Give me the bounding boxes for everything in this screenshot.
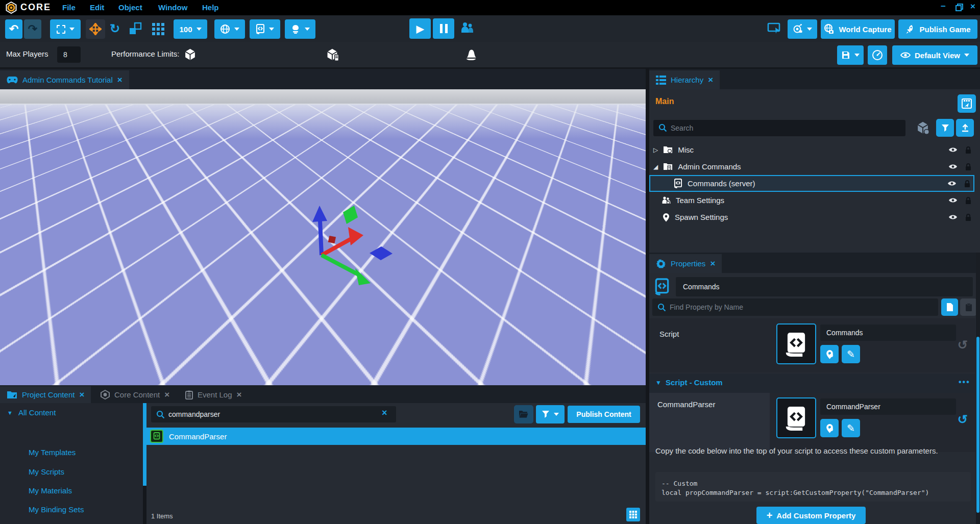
- visibility-eye-icon[interactable]: [948, 214, 958, 220]
- find-script-in-scene-button[interactable]: [820, 345, 839, 363]
- object-name-field[interactable]: [676, 277, 973, 296]
- add-custom-property-button[interactable]: + Add Custom Property: [756, 507, 866, 524]
- object-dropdown[interactable]: [285, 19, 315, 39]
- section-collapse-icon[interactable]: ▼: [655, 379, 662, 386]
- visibility-eye-icon[interactable]: [948, 163, 958, 170]
- minimize-icon[interactable]: −: [941, 2, 946, 12]
- world-capture-button[interactable]: World Capture: [821, 19, 895, 39]
- tab-properties[interactable]: Properties ×: [649, 254, 722, 273]
- panel-divider[interactable]: [646, 69, 649, 524]
- custom-property-value-field[interactable]: CommandParser: [820, 398, 956, 415]
- move-tool-button[interactable]: [86, 19, 105, 39]
- tab-event-log[interactable]: Event Log ×: [179, 386, 249, 403]
- tree-my-scripts[interactable]: My Scripts: [29, 467, 64, 476]
- script-dropdown[interactable]: [250, 19, 280, 39]
- viewport-3d[interactable]: [0, 89, 646, 385]
- tree-my-templates[interactable]: My Templates: [29, 448, 76, 457]
- expand-icon[interactable]: ▷: [653, 146, 658, 154]
- lock-icon[interactable]: [965, 196, 972, 205]
- scene-root-label[interactable]: Main: [655, 97, 674, 106]
- tree-my-binding-sets[interactable]: My Binding Sets: [29, 505, 84, 514]
- template-cube-icon[interactable]: [916, 121, 930, 135]
- tree-row-team-settings[interactable]: Team Settings: [649, 192, 975, 209]
- lock-icon[interactable]: [965, 213, 972, 221]
- reset-script-icon[interactable]: ↺: [958, 339, 968, 351]
- scene-manager-button[interactable]: [958, 94, 976, 113]
- close-window-icon[interactable]: ×: [970, 2, 975, 12]
- copy-properties-button[interactable]: [941, 298, 958, 316]
- select-tool-dropdown[interactable]: [50, 19, 81, 39]
- visibility-eye-icon[interactable]: [948, 146, 958, 153]
- lock-icon[interactable]: [965, 146, 972, 154]
- pause-button[interactable]: [433, 18, 454, 39]
- grid-view-button[interactable]: [626, 508, 640, 521]
- visibility-eye-icon[interactable]: [948, 197, 958, 204]
- terrain-dropdown[interactable]: [214, 19, 245, 39]
- grid-size-dropdown[interactable]: 100: [174, 19, 207, 39]
- tab-hierarchy[interactable]: Hierarchy ×: [649, 70, 720, 89]
- find-property-input[interactable]: [652, 298, 938, 316]
- content-item-row-selected[interactable]: CommandParser: [146, 428, 646, 445]
- properties-scrollbar-thumb[interactable]: [976, 337, 979, 513]
- menu-help[interactable]: Help: [202, 3, 219, 12]
- reset-custom-property-icon[interactable]: ↺: [958, 413, 968, 426]
- hierarchy-filter-button[interactable]: [936, 119, 954, 137]
- close-tab-icon[interactable]: ×: [708, 75, 713, 85]
- paste-properties-button[interactable]: [960, 298, 977, 316]
- script-value-field[interactable]: Commands: [820, 325, 956, 341]
- performance-gauge-button[interactable]: [868, 45, 887, 65]
- close-tab-icon[interactable]: ×: [237, 390, 242, 400]
- hierarchy-export-button[interactable]: [956, 119, 974, 137]
- tree-all-content[interactable]: All Content: [18, 408, 56, 417]
- visibility-eye-icon[interactable]: [947, 180, 957, 187]
- tree-row-commands-server[interactable]: Commands (server): [649, 175, 974, 192]
- menu-window[interactable]: Window: [158, 3, 187, 12]
- content-tree-scrollbar-thumb[interactable]: [143, 403, 146, 486]
- play-button[interactable]: ▶: [409, 18, 431, 39]
- lock-icon[interactable]: [964, 180, 971, 188]
- redo-button[interactable]: ↷: [24, 19, 41, 39]
- scale-tool-icon[interactable]: [129, 22, 142, 35]
- max-players-field[interactable]: 8: [57, 46, 81, 63]
- tab-core-content[interactable]: Core Content ×: [94, 386, 176, 403]
- undo-button[interactable]: ↶: [5, 19, 22, 39]
- custom-params-code[interactable]: -- Custom local propCommandParser = scri…: [655, 472, 971, 502]
- rotate-tool-icon[interactable]: ↻: [110, 21, 120, 36]
- transform-gizmo[interactable]: [0, 89, 646, 385]
- properties-scrollbar-track[interactable]: [976, 253, 980, 524]
- script-asset-icon[interactable]: [776, 323, 816, 364]
- tree-my-materials[interactable]: My Materials: [29, 486, 72, 495]
- menu-object[interactable]: Object: [118, 3, 142, 12]
- menu-edit[interactable]: Edit: [90, 3, 104, 12]
- open-folder-button[interactable]: [514, 405, 533, 423]
- restore-icon[interactable]: [955, 4, 963, 11]
- menu-file[interactable]: File: [62, 3, 76, 12]
- tab-project-content[interactable]: Project Content ×: [0, 386, 91, 403]
- capture-camera-dropdown[interactable]: [788, 19, 817, 39]
- find-asset-in-content-button[interactable]: [820, 419, 839, 437]
- expand-all-content-icon[interactable]: ▼: [7, 410, 13, 416]
- close-tab-icon[interactable]: ×: [164, 390, 169, 400]
- script-custom-header[interactable]: ▼ Script - Custom •••: [649, 373, 975, 393]
- close-tab-icon[interactable]: ×: [117, 75, 122, 85]
- default-view-dropdown[interactable]: Default View: [892, 45, 977, 65]
- custom-script-asset-icon[interactable]: [776, 397, 816, 438]
- tree-row-misc[interactable]: ▷ Misc: [649, 141, 975, 158]
- collapse-icon[interactable]: ◢: [653, 163, 658, 170]
- tab-scene[interactable]: Admin Commands Tutorial ×: [0, 70, 129, 89]
- edit-asset-button[interactable]: ✎: [842, 419, 860, 437]
- multiplayer-preview-icon[interactable]: [459, 21, 475, 36]
- tree-row-spawn-settings[interactable]: Spawn Settings: [649, 209, 975, 226]
- clear-search-icon[interactable]: ×: [382, 408, 387, 418]
- section-menu-icon[interactable]: •••: [959, 378, 970, 387]
- close-tab-icon[interactable]: ×: [710, 259, 715, 269]
- save-dropdown[interactable]: [837, 45, 864, 65]
- close-tab-icon[interactable]: ×: [79, 390, 84, 400]
- content-tree-scrollbar-track[interactable]: [143, 403, 146, 524]
- edit-script-button[interactable]: ✎: [842, 345, 860, 363]
- content-filter-dropdown[interactable]: [536, 405, 565, 423]
- publish-content-button[interactable]: Publish Content: [568, 406, 640, 423]
- hierarchy-search-input[interactable]: [653, 120, 905, 136]
- tree-row-admin-commands[interactable]: ◢ Admin Commands: [649, 158, 975, 175]
- grid-snap-icon[interactable]: [152, 23, 164, 35]
